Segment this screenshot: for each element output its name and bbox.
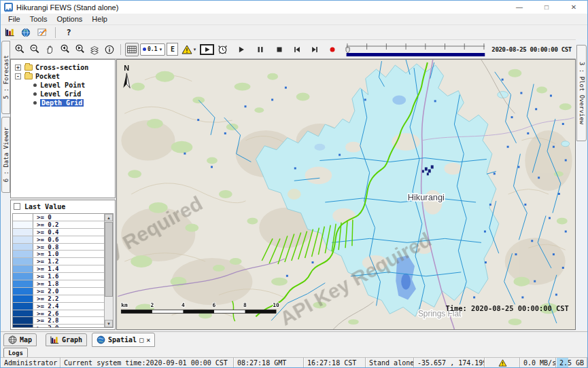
- contour-value-dropdown[interactable]: 0.1 ▼: [140, 43, 165, 56]
- layers-icon[interactable]: [88, 43, 101, 56]
- menu-tools[interactable]: Tools: [25, 15, 52, 23]
- legend-swatch: [13, 244, 33, 251]
- last-value-checkbox[interactable]: [14, 203, 20, 210]
- tab-forecast[interactable]: 5 : Forecast: [1, 41, 10, 114]
- legend-row[interactable]: >= 2.0: [13, 288, 104, 295]
- title-bar: Hikurangi FEWS (Stand alone) — □ ✕: [1, 1, 587, 14]
- tree-node-label[interactable]: Cross-section: [35, 64, 88, 71]
- scale-tick: 8: [243, 302, 247, 308]
- warning-threshold-dropdown[interactable]: ▼: [179, 43, 198, 56]
- legend-row[interactable]: >= 3.0: [13, 325, 104, 327]
- legend-swatch: [13, 265, 33, 272]
- legend-row[interactable]: >= 0: [13, 214, 104, 221]
- legend-value-label: >= 1.0: [33, 251, 59, 257]
- tree-node-cross-section[interactable]: + Cross-section: [11, 63, 115, 72]
- zoom-previous-icon[interactable]: [58, 43, 71, 56]
- tab-maximize-icon[interactable]: □: [139, 336, 143, 344]
- menu-help[interactable]: Help: [87, 15, 112, 23]
- expand-icon[interactable]: +: [15, 65, 21, 71]
- scale-unit: km: [121, 302, 128, 308]
- map-time-label: Time: 2020-08-25 00:00:00 CST: [446, 304, 569, 312]
- tab-close-icon[interactable]: ✕: [146, 336, 150, 344]
- legend-row[interactable]: >= 1.0: [13, 251, 104, 258]
- legend-row[interactable]: >= 1.2: [13, 258, 104, 265]
- legend-row[interactable]: >= 1.6: [13, 273, 104, 280]
- tab-spatial[interactable]: Spatial □ ✕: [92, 333, 155, 347]
- tab-data-viewer[interactable]: 6 : Data Viewer: [1, 117, 10, 193]
- info-icon[interactable]: [103, 43, 116, 56]
- zoom-out-icon[interactable]: [28, 43, 41, 56]
- map-canvas[interactable]: API Key Required API Key Required Hikura…: [116, 59, 576, 330]
- legend-row[interactable]: >= 2.8: [13, 317, 104, 325]
- tree-leaf-label[interactable]: Level Point: [40, 81, 85, 89]
- zoom-next-icon[interactable]: [73, 43, 86, 56]
- stop-icon[interactable]: [273, 43, 286, 56]
- menu-options[interactable]: Options: [52, 15, 87, 23]
- memory-usage-label: 2.5 GB: [559, 359, 584, 367]
- grid-toggle-icon[interactable]: [125, 43, 139, 56]
- spatial-display-globe-icon[interactable]: [20, 26, 32, 38]
- status-bar: Administrator Current system time:2020-0…: [1, 357, 587, 367]
- pan-hand-icon[interactable]: [43, 43, 56, 56]
- legend-row[interactable]: >= 1.4: [13, 265, 104, 273]
- step-back-icon[interactable]: [290, 43, 304, 56]
- legend-swatch: [13, 229, 33, 236]
- timeseries-display-icon[interactable]: [36, 26, 48, 38]
- scroll-up-icon[interactable]: ▲: [105, 214, 113, 221]
- window-title: Hikurangi FEWS (Stand alone): [16, 3, 118, 12]
- tree-node-label[interactable]: Pocket: [35, 73, 60, 80]
- logs-button[interactable]: Logs: [3, 348, 28, 358]
- record-icon[interactable]: [326, 43, 339, 56]
- legend-row[interactable]: >= 2.6: [13, 310, 104, 318]
- tab-map[interactable]: Map: [3, 333, 37, 346]
- close-button[interactable]: ✕: [560, 1, 587, 14]
- pause-icon[interactable]: [254, 43, 267, 56]
- help-button[interactable]: ?: [63, 26, 75, 38]
- tree-leaf-level-grid[interactable]: Level Grid: [11, 90, 115, 98]
- scroll-down-icon[interactable]: ▼: [105, 320, 113, 327]
- legend-scrollbar[interactable]: ▲ ▼: [104, 214, 113, 327]
- status-warning-cell[interactable]: [485, 358, 520, 367]
- legend-row[interactable]: >= 0.8: [13, 244, 104, 251]
- scale-tick: 6: [213, 302, 216, 308]
- legend-row[interactable]: >= 2.2: [13, 295, 104, 303]
- bottom-tab-bar: Map Graph Spatial □ ✕: [1, 331, 587, 347]
- legend-value-label: >= 2.2: [33, 295, 59, 302]
- zoom-in-icon[interactable]: [13, 43, 27, 56]
- label-toggle-button[interactable]: E: [167, 43, 178, 56]
- scrollbar-thumb[interactable]: [105, 222, 113, 297]
- time-slider[interactable]: [345, 42, 487, 57]
- legend-value-label: >= 2.8: [33, 317, 59, 324]
- legend-row[interactable]: >= 2.4: [13, 303, 104, 310]
- status-gmt-time: 08:27:18 GMT: [234, 358, 304, 367]
- tree-leaf-depth-grid[interactable]: Depth Grid: [11, 98, 115, 107]
- play-icon[interactable]: [235, 43, 248, 56]
- legend-row[interactable]: >= 0.2: [13, 221, 104, 229]
- bullet-icon: [33, 101, 37, 105]
- chevron-down-icon: ▼: [192, 48, 196, 52]
- last-value-label: Last Value: [24, 203, 65, 210]
- animation-clock-icon[interactable]: [215, 43, 229, 56]
- tree-leaf-label-selected[interactable]: Depth Grid: [40, 99, 84, 107]
- maximize-button[interactable]: □: [533, 1, 560, 14]
- legend-row[interactable]: >= 0.4: [13, 229, 104, 236]
- legend-row[interactable]: >= 0.6: [13, 236, 104, 244]
- tree-leaf-level-point[interactable]: Level Point: [11, 81, 115, 90]
- tree-leaf-label[interactable]: Level Grid: [40, 90, 81, 98]
- step-forward-icon[interactable]: [308, 43, 322, 56]
- status-local-time: 16:27:18 CST: [304, 358, 366, 367]
- legend-value-label: >= 2.0: [33, 288, 59, 295]
- tree-node-pocket[interactable]: - Pocket: [11, 72, 115, 81]
- time-slider-handle: [346, 48, 349, 53]
- movie-play-button[interactable]: [200, 44, 214, 55]
- collapse-icon[interactable]: -: [15, 73, 21, 79]
- minimize-button[interactable]: —: [506, 1, 533, 14]
- legend-swatch: [13, 251, 33, 257]
- legend-row[interactable]: >= 1.8: [13, 280, 104, 288]
- bullet-icon: [33, 92, 37, 96]
- wire-globe-icon: [8, 335, 17, 344]
- menu-file[interactable]: File: [3, 15, 25, 23]
- database-display-icon[interactable]: [3, 26, 16, 38]
- tab-graph[interactable]: Graph: [46, 333, 87, 346]
- tab-plot-overview[interactable]: 3 : Plot Overview: [576, 45, 587, 141]
